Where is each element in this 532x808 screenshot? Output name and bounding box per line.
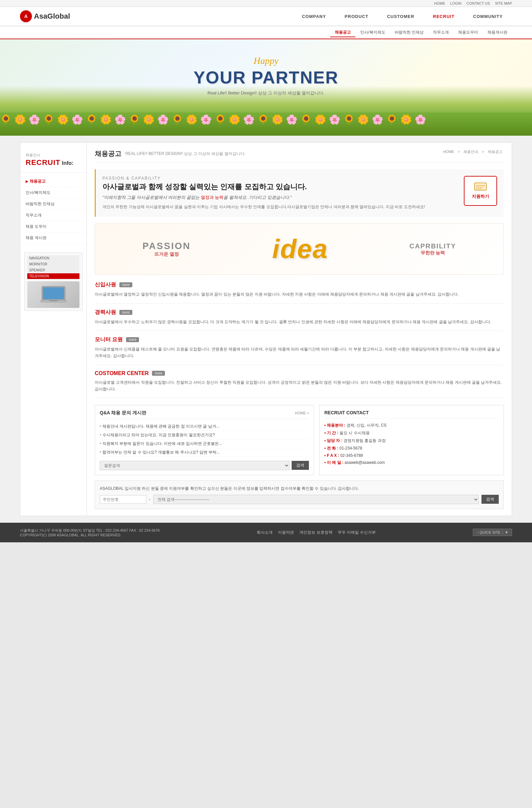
footer-link-terms[interactable]: 이용약관 (278, 530, 294, 535)
topbar-sitemap[interactable]: SITE MAP (495, 1, 512, 5)
nav-customer[interactable]: CUSTOMER (378, 11, 424, 22)
more-btn-exp[interactable]: more (120, 310, 132, 315)
qa-item-1[interactable]: 수시채용이라고 되어 있는데요. 지금 인원충원이 필요한건가요? (100, 431, 309, 440)
qa-list: 채용안내 게시판입니다. 채용에 관해 궁금한 점 이으시면 글 남겨... 수… (100, 422, 309, 457)
qa-search-select[interactable]: 질문검색 (100, 461, 290, 470)
breadcrumb-sep1: > (458, 150, 461, 153)
sidebar-item-hr-welfare[interactable]: 인사/복지제도 (20, 187, 87, 199)
passion-word: PASSION 뜨거운 열정 (142, 241, 190, 257)
subnav-hr-welfare[interactable]: 인사/복지제도 (355, 28, 390, 37)
breadcrumb-home[interactable]: HOME (443, 150, 454, 153)
recruit-section-header-customer: COSTOMER CENTER more (95, 370, 504, 377)
contact-field-email: • 이 메 일 : asaweb@asaweb.com (324, 459, 499, 466)
qa-title: Q&A 채용 문의 게시판 (100, 410, 146, 416)
subnav-job-posting[interactable]: 채용공고 (330, 28, 355, 37)
recruit-section-new: 신입사원 more 아사글로벌에서 열정하고 열정적인 신입사원을 채용합니다.… (95, 281, 504, 303)
subnav-recruit-board[interactable]: 채용게시판 (483, 28, 512, 37)
main-nav: COMPANY PRODUCT CUSTOMER RECRUIT COMMUNI… (293, 11, 512, 22)
qa-home-link[interactable]: HOME > (295, 411, 309, 415)
sidebar-item-ideal-talent[interactable]: 바람직한 인재상 (20, 199, 87, 210)
recruit-desc-exp: 아사글로벌에서 우수하고 노하우가 많은 경력사원을 모집합니다. 더 크게 도… (95, 318, 504, 325)
logo-text: AsaGlobal (34, 12, 70, 21)
more-btn-monitor[interactable]: more (126, 337, 139, 342)
main-wrapper: 채용인사 RECRUIT Info: 채용공고 인사/복지제도 바람직한 인재상… (0, 136, 532, 523)
sidebar-nav-navigation[interactable]: NAVIGATION (27, 255, 79, 261)
id-input[interactable] (100, 495, 146, 504)
topbar-home[interactable]: HOME (434, 1, 445, 5)
page-header: 채용공고 REAL LIFE!! BETTER DESIGN!! 상상 그 이상… (95, 149, 504, 163)
svg-rect-4 (475, 183, 487, 190)
sidebar-title-suffix: Info: (62, 160, 73, 166)
qa-panel: Q&A 채용 문의 게시판 HOME > 채용안내 게시판입니다. 채용에 관해… (95, 405, 314, 475)
id-dash: - (149, 497, 151, 502)
subnav-ideal-talent[interactable]: 바람직한 인재상 (390, 28, 428, 37)
logo-icon: A (20, 10, 32, 22)
id-check-desc: ASAGLOBAL 입사지원 하신 분들 중에 지원여부를 확인하고 싶으신 분… (100, 485, 499, 492)
topbar-contact[interactable]: CONTACT US (466, 1, 490, 5)
footer-info: 서울특별시 가나구 우허동 000-00번지 ST빌딩 TEL : 022 23… (20, 528, 160, 537)
top-bar: HOME LOGIN CONTACT US SITE MAP (0, 0, 532, 7)
apply-button-box[interactable]: 지원하기 (464, 176, 497, 206)
footer-link-email[interactable]: 무두 이메일 수신거부 (338, 530, 376, 535)
nav-recruit[interactable]: RECRUIT (424, 11, 464, 22)
recruit-title-customer: COSTOMER CENTER (95, 370, 149, 377)
svg-rect-3 (50, 300, 57, 301)
recruit-section-header-new: 신입사원 more (95, 281, 504, 288)
subnav-recruit-helper[interactable]: 채용도우미 (454, 28, 483, 37)
sidebar-item-recruit-board[interactable]: 채용 게시판 (20, 233, 87, 244)
sidebar-item-job-intro[interactable]: 직무소개 (20, 210, 87, 221)
id-select[interactable]: 전체 검색-------------------------- (153, 495, 479, 504)
main-content: 채용공고 REAL LIFE!! BETTER DESIGN!! 상상 그 이상… (87, 143, 512, 516)
qa-item-2[interactable]: 직원복지 부분에 질문이 있습니다. 이번에 새로 입사하면 군호봉은... (100, 440, 309, 448)
recruit-section-header-monitor: 모니터 요원 more (95, 336, 504, 343)
hero-happy: Happy (194, 56, 338, 66)
capability-small: 무한란 능력 (409, 250, 456, 256)
id-check-row: - 전체 검색-------------------------- 검색 (100, 495, 499, 504)
more-btn-new[interactable]: more (120, 282, 132, 287)
contact-field-area: • 채용분야 : 경력, 신입, 사무직, CS (324, 422, 499, 429)
topbar-login[interactable]: LOGIN (450, 1, 461, 5)
passion-title: 아사글로벌과 함께 성장할 실력있는 인재를 모집하고 있습니다. (103, 182, 497, 192)
quick-site-label: :: QUICK SITE :: (476, 530, 503, 534)
svg-rect-1 (43, 287, 64, 299)
qa-panel-header: Q&A 채용 문의 게시판 HOME > (100, 410, 309, 419)
sidebar-nav-television[interactable]: TELEVISION (27, 273, 79, 279)
qa-item-0[interactable]: 채용안내 게시판입니다. 채용에 관해 궁금한 점 이으시면 글 남겨... (100, 422, 309, 431)
qa-item-3[interactable]: 합격여부는 언제 알 수 있나요? 개별통보 해 주시나요? 답변 부탁... (100, 448, 309, 457)
recruit-desc-monitor: 아사글로벌에서 신제품을 테스트해 줄 모니터 요원을 모집합니다. 연령층은 … (95, 346, 504, 360)
recruit-section-customer: COSTOMER CENTER more 아사글로벌 고객센터에서 직원을 모집… (95, 370, 504, 398)
footer-link-company[interactable]: 회사소개 (257, 530, 273, 535)
breadcrumb-sep2: > (482, 150, 485, 153)
footer-link-privacy[interactable]: 개인정보 보호정책 (299, 530, 332, 535)
footer: 서울특별시 가나구 우허동 000-00번지 ST빌딩 TEL : 022 23… (0, 523, 532, 542)
nav-community[interactable]: COMMUNITY (464, 11, 512, 22)
id-check-section: ASAGLOBAL 입사지원 하신 분들 중에 지원여부를 확인하고 싶으신 분… (95, 480, 504, 509)
more-btn-customer[interactable]: more (152, 371, 165, 376)
sub-nav: 채용공고 인사/복지제도 바람직한 인재상 직무소개 채용도우미 채용게시판 (0, 26, 532, 39)
subnav-job-intro[interactable]: 직무소개 (428, 28, 454, 37)
sidebar-menu: 채용공고 인사/복지제도 바람직한 인재상 직무소개 채용 도우미 채용 게시판 (20, 172, 87, 247)
sidebar-title-small: 채용인사 (25, 153, 81, 158)
hero-banner: Happy YOUR PARTNER Real Life!! Better De… (0, 39, 532, 112)
header: A AsaGlobal COMPANY PRODUCT CUSTOMER REC… (0, 7, 532, 26)
sidebar-title-box: 채용인사 RECRUIT Info: (20, 149, 87, 172)
logo[interactable]: A AsaGlobal (20, 10, 70, 22)
idea-word: idea (272, 234, 328, 264)
sidebar-laptop-image (27, 281, 79, 308)
sidebar-nav-monitor[interactable]: MORNITOR (27, 261, 79, 267)
sidebar-item-recruit-helper[interactable]: 채용 도우미 (20, 221, 87, 233)
recruit-desc-customer: 아사글로벌 고객센터에서 직원을 모집합니다. 친절하고 서비스 정신이 투철한… (95, 379, 504, 393)
quick-site-select[interactable]: :: QUICK SITE :: ▼ (473, 529, 512, 536)
id-search-button[interactable]: 검색 (481, 495, 499, 504)
recruit-desc-new: 아사글로벌에서 열정하고 열정적인 신입사원을 채용합니다. 열정과 꿈이 있는… (95, 291, 504, 298)
bottom-panels: Q&A 채용 문의 게시판 HOME > 채용안내 게시판입니다. 채용에 관해… (95, 405, 504, 475)
qa-search-button[interactable]: 검색 (292, 461, 309, 470)
sidebar-title-main: RECRUIT Info: (25, 158, 81, 167)
breadcrumb-recruit[interactable]: 채용안내 (463, 150, 478, 153)
breadcrumb-current: 채용공고 (488, 150, 502, 153)
nav-company[interactable]: COMPANY (293, 11, 335, 22)
hero-partner: YOUR PARTNER (194, 68, 338, 88)
sidebar-nav-speaker[interactable]: SPEAKER (27, 267, 79, 273)
sidebar-item-job-posting[interactable]: 채용공고 (20, 176, 87, 187)
nav-product[interactable]: PRODUCT (335, 11, 378, 22)
